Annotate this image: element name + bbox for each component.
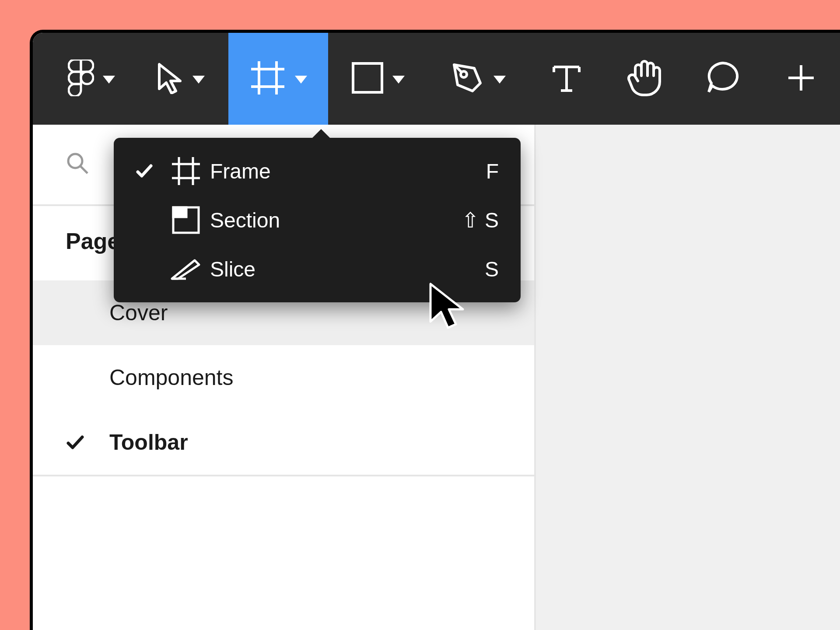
check-icon [136,162,153,180]
section-icon [162,205,210,235]
menu-item-section[interactable]: Section ⇧ S [114,196,521,245]
chevron-down-icon [392,76,405,84]
menu-label: Slice [210,257,485,281]
hand-icon [627,58,662,99]
shape-tool-button[interactable] [328,33,428,125]
svg-rect-22 [173,207,186,217]
svg-point-6 [461,71,467,77]
chevron-down-icon [103,76,115,84]
app-window: Pages Cover Components [30,30,840,630]
outer-frame: Pages Cover Components [0,0,840,630]
chevron-down-icon [494,76,506,84]
menu-label: Frame [210,159,486,183]
comment-icon [704,60,741,98]
cursor-icon [157,62,184,96]
add-tool-button[interactable] [762,33,840,125]
frame-tool-button[interactable] [228,33,328,125]
svg-point-15 [68,154,82,168]
toolbar [33,33,840,125]
page-label: Toolbar [109,430,188,455]
menu-shortcut: S [485,257,499,281]
page-label: Components [109,365,234,390]
canvas[interactable] [536,125,840,630]
frame-icon [249,60,286,98]
menu-label: Section [210,208,462,232]
hand-tool-button[interactable] [606,33,684,125]
frame-tool-dropdown: Frame F Section ⇧ S [114,138,521,302]
pen-tool-button[interactable] [428,33,528,125]
frame-icon [162,155,210,187]
menu-check-slot [127,162,162,180]
svg-line-16 [80,166,88,173]
dropdown-arrow [311,129,332,140]
figma-logo-icon [68,60,94,98]
chevron-down-icon [295,76,307,84]
svg-rect-5 [353,63,382,92]
rectangle-icon [351,62,384,96]
pen-icon [450,60,485,97]
chevron-down-icon [192,76,205,84]
text-tool-button[interactable] [528,33,606,125]
plus-icon [786,63,816,95]
menu-shortcut: ⇧ S [462,208,499,232]
menu-item-slice[interactable]: Slice S [114,245,521,294]
move-tool-button[interactable] [133,33,228,125]
page-label: Cover [109,300,168,326]
search-icon [66,151,90,178]
menu-shortcut: F [486,159,499,183]
check-icon [66,433,85,452]
text-icon [550,62,583,96]
comment-tool-button[interactable] [684,33,762,125]
page-item-components[interactable]: Components [33,345,534,410]
menu-item-frame[interactable]: Frame F [114,147,521,196]
main-menu-button[interactable] [50,33,133,125]
svg-point-0 [81,72,93,84]
divider [33,475,534,476]
slice-icon [162,256,210,282]
page-item-toolbar[interactable]: Toolbar [33,410,534,475]
page-check-slot [66,433,109,452]
